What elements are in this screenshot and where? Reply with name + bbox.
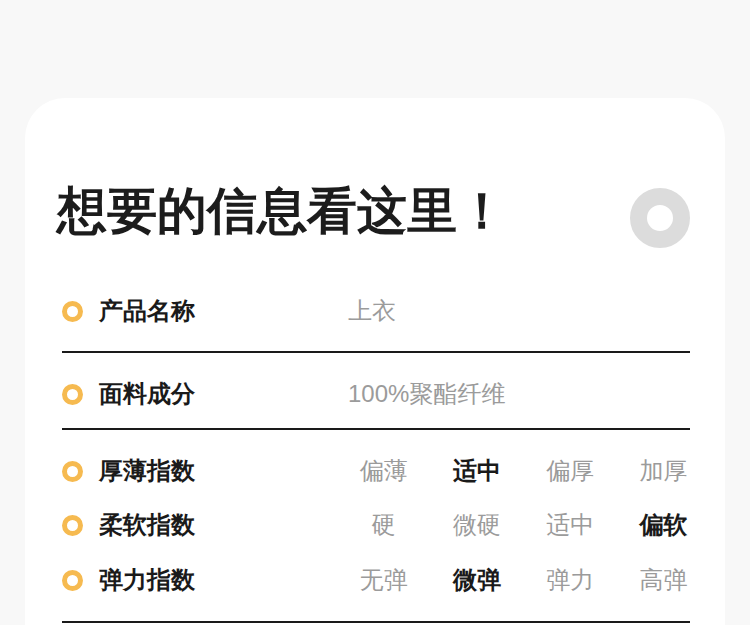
scale-option: 偏薄 xyxy=(337,455,430,487)
page-title: 想要的信息看这里！ xyxy=(57,184,507,238)
ring-decoration-icon xyxy=(630,188,690,248)
row-value: 上衣 xyxy=(348,295,396,327)
index-row-thickness: 厚薄指数 偏薄 适中 偏厚 加厚 xyxy=(62,456,715,486)
divider xyxy=(62,621,690,623)
scale-option: 加厚 xyxy=(617,455,710,487)
scale-option: 硬 xyxy=(337,509,430,541)
ring-bullet-icon xyxy=(62,384,83,405)
scale-option: 偏厚 xyxy=(524,455,617,487)
info-row-product-name: 产品名称 上衣 xyxy=(62,296,715,326)
scale-option-selected: 适中 xyxy=(430,455,523,487)
divider xyxy=(62,428,690,430)
option-scale: 偏薄 适中 偏厚 加厚 xyxy=(337,455,710,487)
ring-bullet-icon xyxy=(62,570,83,591)
scale-option: 无弹 xyxy=(337,564,430,596)
info-row-fabric: 面料成分 100%聚酯纤维 xyxy=(62,379,715,409)
row-label: 柔软指数 xyxy=(99,509,195,541)
product-info-page: 想要的信息看这里！ 产品名称 上衣 面料成分 100%聚酯纤维 厚薄指数 偏薄 … xyxy=(0,0,750,625)
scale-option: 高弹 xyxy=(617,564,710,596)
scale-option: 弹力 xyxy=(524,564,617,596)
row-label: 厚薄指数 xyxy=(99,455,195,487)
row-value: 100%聚酯纤维 xyxy=(348,378,505,410)
info-card: 想要的信息看这里！ 产品名称 上衣 面料成分 100%聚酯纤维 厚薄指数 偏薄 … xyxy=(25,98,725,625)
row-label: 弹力指数 xyxy=(99,564,195,596)
scale-option: 适中 xyxy=(524,509,617,541)
option-scale: 无弹 微弹 弹力 高弹 xyxy=(337,564,710,596)
scale-option-selected: 微弹 xyxy=(430,564,523,596)
option-scale: 硬 微硬 适中 偏软 xyxy=(337,509,710,541)
index-row-elasticity: 弹力指数 无弹 微弹 弹力 高弹 xyxy=(62,565,715,595)
row-label: 产品名称 xyxy=(99,295,195,327)
divider xyxy=(62,351,690,353)
ring-bullet-icon xyxy=(62,461,83,482)
index-row-softness: 柔软指数 硬 微硬 适中 偏软 xyxy=(62,510,715,540)
row-label: 面料成分 xyxy=(99,378,195,410)
ring-bullet-icon xyxy=(62,301,83,322)
ring-bullet-icon xyxy=(62,515,83,536)
scale-option: 微硬 xyxy=(430,509,523,541)
scale-option-selected: 偏软 xyxy=(617,509,710,541)
